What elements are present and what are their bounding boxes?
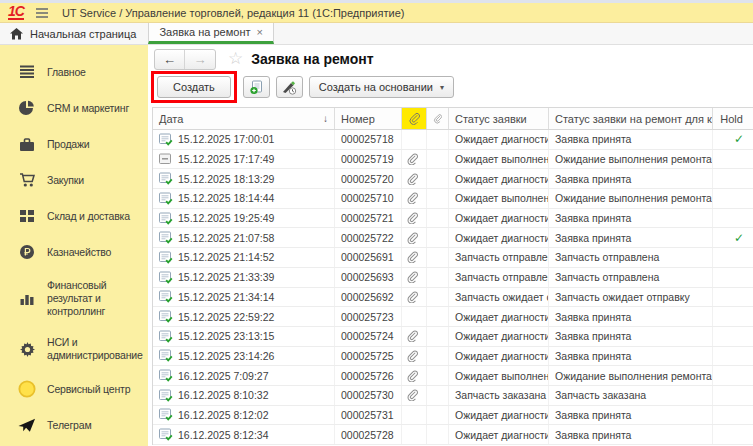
column-header-status[interactable]: Статус заявки <box>449 108 549 129</box>
status-cell: Запчасть заказана <box>449 386 549 405</box>
attachment-cell <box>402 425 427 444</box>
date-value: 15.12.2025 18:14:44 <box>178 192 274 204</box>
sidebar-item-label: Телеграм <box>47 419 146 432</box>
post-document-button[interactable] <box>276 76 303 98</box>
sidebar-item[interactable]: Финансовый результат и контроллинг <box>0 270 148 327</box>
number-cell: 000025721 <box>335 209 402 228</box>
create-by-copy-button[interactable] <box>243 76 270 98</box>
attachment-cell-2 <box>427 366 449 385</box>
date-cell: 16.12.2025 8:12:02 <box>153 406 335 425</box>
column-header-attachment-highlighted[interactable] <box>402 108 427 129</box>
sidebar-item-label: Продажи <box>47 138 146 151</box>
home-page-button[interactable]: Начальная страница <box>0 23 148 44</box>
paper-plane-icon <box>18 416 36 434</box>
status-cell: Запчасть отправлена <box>449 268 549 287</box>
date-cell: 15.12.2025 17:17:49 <box>153 150 335 169</box>
document-status-icon <box>159 389 173 402</box>
sidebar-item-label: НСИ и администрирование <box>47 336 146 362</box>
document-status-icon <box>159 349 173 362</box>
client-status-cell: Заявка принята <box>549 130 713 149</box>
sidebar-item[interactable]: Продажи <box>0 126 148 162</box>
number-cell: 000025731 <box>335 406 402 425</box>
application-window: 1С UT Service / Управление торговлей, ре… <box>0 0 753 446</box>
number-cell: 000025693 <box>335 268 402 287</box>
table-row[interactable]: 16.12.2025 7:09:27 000025726 Ожидает вып… <box>153 366 753 386</box>
status-cell: Ожидает диагностики <box>449 406 549 425</box>
paperclip-icon <box>406 232 418 244</box>
paperclip-icon <box>406 153 418 165</box>
pie-chart-icon <box>18 99 36 117</box>
cart-icon <box>18 171 36 189</box>
document-status-icon <box>159 369 173 382</box>
navigation-row: ← → ☆ Заявка на ремонт <box>154 48 753 70</box>
hold-cell: ✓ <box>713 307 753 326</box>
page-title: Заявка на ремонт <box>251 51 373 67</box>
number-cell: 000025722 <box>335 228 402 247</box>
table-row[interactable]: 15.12.2025 23:14:26 000025725 Ожидает ди… <box>153 347 753 367</box>
attachment-cell-2 <box>427 288 449 307</box>
client-status-cell: Ожидание выполнения ремонта <box>549 150 713 169</box>
document-status-icon <box>159 153 173 166</box>
table-row[interactable]: 15.12.2025 18:13:29 000025720 Ожидает ди… <box>153 169 753 189</box>
column-header-number[interactable]: Номер <box>335 108 402 129</box>
sidebar-item[interactable]: Закупки <box>0 162 148 198</box>
table-row[interactable]: 15.12.2025 18:14:44 000025710 Ожидает вы… <box>153 189 753 209</box>
paperclip-icon <box>408 112 420 125</box>
create-based-on-label: Создать на основании <box>319 81 433 93</box>
document-status-icon <box>159 428 173 441</box>
column-header-date[interactable]: Дата ↓ <box>153 108 335 129</box>
table-row[interactable]: 15.12.2025 22:59:22 000025723 Ожидает ди… <box>153 307 753 327</box>
create-button[interactable]: Создать <box>157 76 231 98</box>
column-header-hold[interactable]: Hold <box>713 108 753 129</box>
main-menu-hamburger-icon[interactable] <box>36 8 48 18</box>
date-cell: 15.12.2025 23:14:26 <box>153 347 335 366</box>
briefcase-icon <box>18 135 36 153</box>
client-status-cell: Заявка принята <box>549 169 713 188</box>
paperclip-icon <box>406 389 418 401</box>
date-value: 15.12.2025 19:25:49 <box>178 212 274 224</box>
date-value: 16.12.2025 8:12:34 <box>178 429 269 441</box>
sidebar-item-label: Закупки <box>47 174 146 187</box>
sidebar-item[interactable]: Главное <box>0 54 148 90</box>
sidebar-item[interactable]: НСИ и администрирование <box>0 327 148 371</box>
date-value: 15.12.2025 23:14:26 <box>178 350 274 362</box>
hold-cell: ✓ <box>713 209 753 228</box>
column-header-status-client[interactable]: Статус заявки на ремонт для кл... <box>549 108 713 129</box>
sidebar-item[interactable]: CRM и маркетинг <box>0 90 148 126</box>
favorite-star-icon[interactable]: ☆ <box>228 52 243 66</box>
table-row[interactable]: 15.12.2025 17:00:01 000025718 Ожидает ди… <box>153 130 753 150</box>
document-status-icon <box>159 133 173 146</box>
nav-forward-button[interactable]: → <box>185 50 215 69</box>
table-row[interactable]: 15.12.2025 19:25:49 000025721 Ожидает ди… <box>153 209 753 229</box>
table-row[interactable]: 15.12.2025 21:07:58 000025722 Ожидает ди… <box>153 228 753 248</box>
sidebar-item[interactable]: Телеграм <box>0 407 148 443</box>
attachment-cell-2 <box>427 189 449 208</box>
table-row[interactable]: 16.12.2025 8:12:34 000025728 Ожидает диа… <box>153 425 753 445</box>
window-titlebar: 1С UT Service / Управление торговлей, ре… <box>0 3 753 23</box>
date-value: 15.12.2025 21:34:14 <box>178 291 274 303</box>
date-value: 15.12.2025 18:13:29 <box>178 173 274 185</box>
tab-repair-request[interactable]: Заявка на ремонт × <box>148 23 274 44</box>
date-value: 15.12.2025 21:14:52 <box>178 251 274 263</box>
table-row[interactable]: 15.12.2025 21:33:39 000025693 Запчасть о… <box>153 268 753 288</box>
document-status-icon <box>159 212 173 225</box>
tab-close-icon[interactable]: × <box>257 26 263 38</box>
number-cell: 000025723 <box>335 307 402 326</box>
table-row[interactable]: 16.12.2025 8:10:32 000025730 Запчасть за… <box>153 386 753 406</box>
table-row[interactable]: 15.12.2025 21:34:14 000025692 Запчасть о… <box>153 288 753 308</box>
table-row[interactable]: 15.12.2025 21:14:52 000025691 Запчасть о… <box>153 248 753 268</box>
column-header-attachment[interactable] <box>427 108 449 129</box>
attachment-cell <box>402 189 427 208</box>
table-row[interactable]: 15.12.2025 23:13:15 000025724 Ожидает ди… <box>153 327 753 347</box>
hold-cell: ✓ <box>713 169 753 188</box>
sidebar-item[interactable]: Сервисный центр <box>0 371 148 407</box>
sidebar-item[interactable]: Казначейство <box>0 234 148 270</box>
create-based-on-button[interactable]: Создать на основании ▾ <box>309 76 454 98</box>
table-row[interactable]: 15.12.2025 17:17:49 000025719 Ожидает вы… <box>153 150 753 170</box>
document-status-icon <box>159 408 173 421</box>
number-cell: 000025710 <box>335 189 402 208</box>
nav-back-button[interactable]: ← <box>155 50 185 69</box>
table-row[interactable]: 16.12.2025 8:12:02 000025731 Ожидает диа… <box>153 406 753 426</box>
attachment-cell-2 <box>427 248 449 267</box>
sidebar-item[interactable]: Склад и доставка <box>0 198 148 234</box>
